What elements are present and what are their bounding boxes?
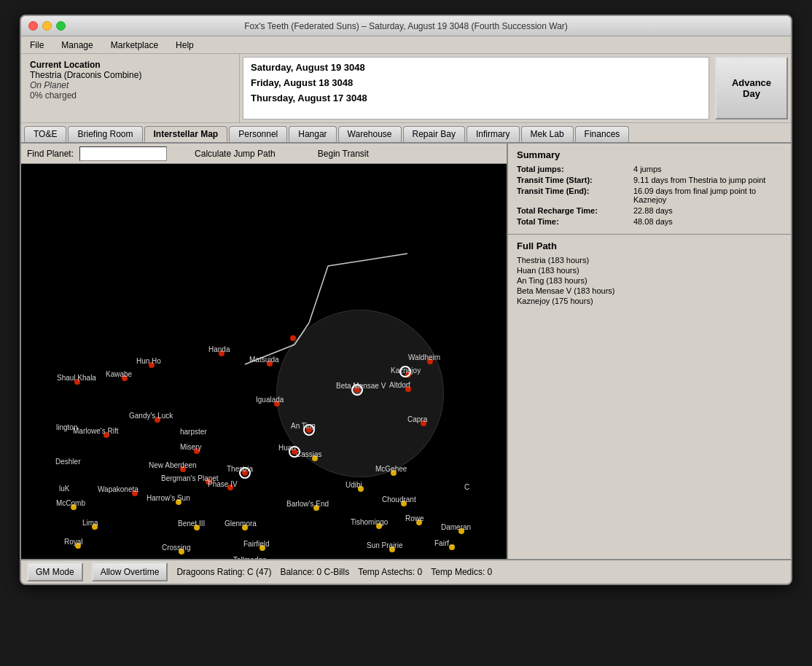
tab-hangar[interactable]: Hangar bbox=[289, 126, 336, 142]
summary-section: Summary Total jumps: 4 jumps Transit Tim… bbox=[508, 144, 791, 235]
summary-value-transit-end: 16.09 days from final jump point to Kazn… bbox=[633, 187, 782, 204]
summary-label-total-time: Total Time: bbox=[517, 217, 633, 226]
label-new-aberdeen: New Aberdeen bbox=[149, 461, 197, 469]
label-kawabe: Kawabe bbox=[106, 370, 132, 378]
tab-toe[interactable]: TO&E bbox=[24, 126, 66, 142]
label-luk: luK bbox=[59, 485, 69, 493]
balance: Balance: 0 C-Bills bbox=[280, 567, 349, 577]
date-3[interactable]: Thursday, August 17 3048 bbox=[251, 93, 701, 103]
label-fairfield-l: Fairfield bbox=[243, 540, 270, 548]
date-area[interactable]: Saturday, August 19 3048 Friday, August … bbox=[243, 57, 709, 120]
label-fairfield-r: Fairf... bbox=[434, 539, 455, 547]
label-an-ting: An Ting bbox=[291, 422, 316, 430]
label-new-ivaarsen: New Ivaarsen bbox=[92, 558, 136, 559]
summary-row-transit-end: Transit Time (End): 16.09 days from fina… bbox=[517, 187, 782, 204]
label-barlows-end: Barlow's End bbox=[286, 500, 329, 508]
window-title: Fox's Teeth (Federated Suns) – Saturday,… bbox=[244, 21, 568, 31]
dragoons-rating: Dragoons Rating: C (47) bbox=[176, 567, 271, 577]
tab-personnel[interactable]: Personnel bbox=[229, 126, 287, 142]
summary-label-jumps: Total jumps: bbox=[517, 165, 633, 173]
tab-mek-lab[interactable]: Mek Lab bbox=[521, 126, 574, 142]
label-altdorf: Altdorf bbox=[389, 381, 410, 389]
label-matsuida: Matsuida bbox=[249, 356, 279, 364]
advance-day-button[interactable]: Advance Day bbox=[715, 57, 788, 120]
map-container[interactable]: Find Planet: Calculate Jump Path Begin T… bbox=[21, 144, 507, 559]
summary-row-recharge: Total Recharge Time: 22.88 days bbox=[517, 206, 782, 215]
find-planet-input[interactable] bbox=[79, 146, 167, 161]
label-mccomb: McComb bbox=[56, 499, 85, 507]
tab-repair-bay[interactable]: Repair Bay bbox=[403, 126, 465, 142]
tab-finances[interactable]: Finances bbox=[575, 126, 630, 142]
tab-interstellar-map[interactable]: Interstellar Map bbox=[144, 126, 228, 142]
fullpath-title: Full Path bbox=[517, 240, 782, 251]
menu-bar: File Manage Marketplace Help bbox=[21, 36, 791, 54]
label-tishomingo: Tishomingo bbox=[351, 518, 388, 526]
label-huan: Huan bbox=[278, 444, 296, 452]
close-button[interactable] bbox=[28, 21, 38, 31]
label-dameran: Dameran bbox=[441, 523, 471, 531]
label-tallmadge: Tallmadge bbox=[233, 556, 267, 559]
label-harpster: harpster bbox=[180, 428, 207, 436]
calculate-jump-link[interactable]: Calculate Jump Path bbox=[195, 149, 276, 159]
label-mcgehee: McGehee bbox=[375, 465, 407, 473]
menu-help[interactable]: Help bbox=[173, 39, 197, 52]
star-unknown1[interactable] bbox=[290, 335, 296, 341]
label-gandys-luck: Gandy's Luck bbox=[129, 412, 173, 420]
label-choudrant: Choudrant bbox=[382, 495, 416, 504]
summary-title: Summary bbox=[517, 149, 782, 160]
label-igualada: Igualada bbox=[256, 396, 284, 404]
label-rowe: Rowe bbox=[405, 514, 424, 522]
label-wapakoneta: Wapakoneta bbox=[98, 485, 138, 493]
location-status: On Planet bbox=[30, 80, 230, 90]
label-marlowes-rift: Marlowe's Rift bbox=[73, 427, 118, 435]
menu-manage[interactable]: Manage bbox=[58, 39, 95, 52]
location-planet: Thestria (Draconis Combine) bbox=[30, 70, 230, 80]
label-thestria: Thestria bbox=[227, 465, 253, 473]
maximize-button[interactable] bbox=[56, 21, 66, 31]
label-deshler: Deshler bbox=[55, 458, 80, 466]
temp-medics: Temp Medics: 0 bbox=[431, 567, 492, 577]
menu-marketplace[interactable]: Marketplace bbox=[108, 39, 161, 52]
label-lington: lington bbox=[56, 423, 77, 431]
label-harrows-sun: Harrow's Sun bbox=[147, 494, 190, 502]
tab-briefing-room[interactable]: Briefing Room bbox=[68, 126, 142, 142]
app-window: Fox's Teeth (Federated Suns) – Saturday,… bbox=[20, 15, 792, 585]
menu-file[interactable]: File bbox=[27, 39, 47, 52]
svg-line-3 bbox=[328, 254, 407, 266]
svg-line-2 bbox=[309, 266, 328, 323]
date-2[interactable]: Friday, August 18 3048 bbox=[251, 77, 701, 88]
path-entry-1: Huan (183 hours) bbox=[517, 266, 782, 275]
label-phase-iv: Phase IV bbox=[208, 480, 238, 488]
current-location: Current Location Thestria (Draconis Comb… bbox=[21, 54, 240, 122]
tab-infirmary[interactable]: Infirmary bbox=[466, 126, 520, 142]
summary-value-jumps: 4 jumps bbox=[633, 165, 782, 173]
label-waldheim: Waldheim bbox=[408, 353, 440, 361]
date-1[interactable]: Saturday, August 19 3048 bbox=[251, 62, 701, 73]
traffic-lights bbox=[28, 21, 66, 31]
path-entry-3: Beta Mensae V (183 hours) bbox=[517, 286, 782, 295]
location-label: Current Location bbox=[30, 60, 230, 70]
gm-mode-button[interactable]: GM Mode bbox=[27, 563, 83, 581]
tab-warehouse[interactable]: Warehouse bbox=[338, 126, 402, 142]
main-content: Find Planet: Calculate Jump Path Begin T… bbox=[21, 144, 791, 559]
summary-value-recharge: 22.88 days bbox=[633, 206, 782, 215]
label-misery: Misery bbox=[180, 443, 201, 451]
label-royal: Royal bbox=[64, 538, 83, 546]
temp-astechs: Temp Astechs: 0 bbox=[358, 567, 422, 577]
begin-transit-link[interactable]: Begin Transit bbox=[318, 149, 369, 159]
label-glenmora: Glenmora bbox=[225, 520, 257, 528]
label-handa: Handa bbox=[208, 345, 230, 353]
label-lima: Lima bbox=[82, 519, 98, 527]
path-entry-0: Thestria (183 hours) bbox=[517, 256, 782, 265]
label-c: C bbox=[464, 483, 469, 491]
minimize-button[interactable] bbox=[42, 21, 52, 31]
top-section: Current Location Thestria (Draconis Comb… bbox=[21, 54, 791, 123]
allow-overtime-button[interactable]: Allow Overtime bbox=[92, 563, 168, 581]
label-shaul-khala: Shaul Khala bbox=[57, 374, 96, 382]
starmap[interactable]: Shaul Khala Kawabe Hun Ho Handa Matsuida… bbox=[21, 164, 507, 559]
summary-row-jumps: Total jumps: 4 jumps bbox=[517, 165, 782, 173]
title-bar: Fox's Teeth (Federated Suns) – Saturday,… bbox=[21, 16, 791, 36]
ring-kaznejoy bbox=[399, 366, 411, 377]
label-hun-ho: Hun Ho bbox=[136, 357, 161, 365]
fullpath-section: Full Path Thestria (183 hours) Huan (183… bbox=[508, 235, 791, 313]
